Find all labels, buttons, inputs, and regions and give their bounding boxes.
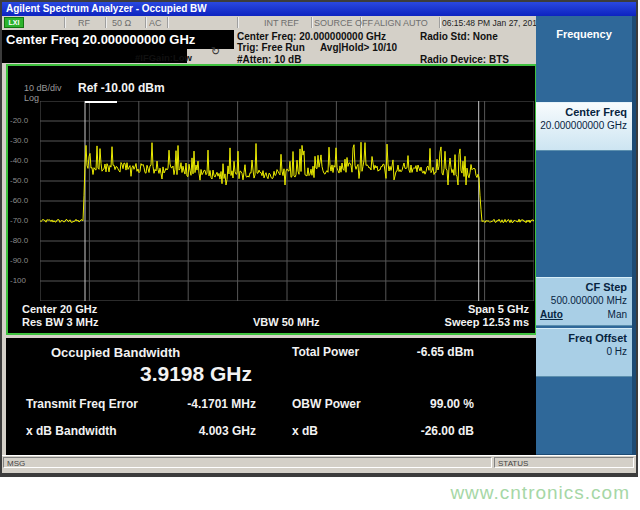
ref-level-label: Ref -10.00 dBm xyxy=(78,81,165,95)
xdb-value: -26.00 dB xyxy=(386,424,474,438)
y-axis-label: -90.0 xyxy=(10,256,39,265)
status-panel: STATUS xyxy=(494,457,634,468)
divider xyxy=(64,17,66,28)
radio-std-readout: Radio Std: None xyxy=(420,31,498,42)
softkey-center-freq[interactable]: Center Freq 20.000000000 GHz xyxy=(536,102,632,151)
softkey-value: 0 Hz xyxy=(540,346,627,357)
softkey-panel: Frequency Center Freq 20.000000000 GHz C… xyxy=(536,16,636,457)
window-title: Agilent Spectrum Analyzer - Occupied BW xyxy=(6,3,207,14)
rbw-annotation: Res BW 3 MHz xyxy=(22,316,98,328)
lxi-indicator: LXI xyxy=(4,17,24,28)
softkey-label: CF Step xyxy=(540,281,627,293)
y-axis-label: -20.0 xyxy=(10,116,39,125)
divider xyxy=(237,17,239,28)
impedance-indicator: 50 Ω xyxy=(112,18,131,28)
y-axis-label: -40.0 xyxy=(10,156,39,165)
status-bar: MSG STATUS xyxy=(2,455,636,470)
continuous-sweep-icon: ↻ xyxy=(211,45,220,58)
coupling-indicator: AC xyxy=(149,18,162,28)
obw-title: Occupied Bandwidth xyxy=(51,345,180,360)
softkey-menu-title: Frequency xyxy=(536,28,632,40)
source-indicator: SOURCE OFF xyxy=(314,18,373,28)
man-option[interactable]: Man xyxy=(608,309,627,320)
obw-power-label: OBW Power xyxy=(292,397,361,411)
avg-hold-readout: Avg|Hold> 10/10 xyxy=(320,42,397,53)
obw-value: 3.9198 GHz xyxy=(66,362,326,386)
graticule-grid xyxy=(40,101,534,301)
align-indicator: ALIGN AUTO xyxy=(374,18,428,28)
if-gain-label: #IFGain:Low xyxy=(135,52,192,63)
y-axis-label: -80.0 xyxy=(10,236,39,245)
msg-panel: MSG xyxy=(3,457,492,468)
obw-power-value: 99.00 % xyxy=(386,397,474,411)
center-freq-readout: Center Freq: 20.000000000 GHz xyxy=(237,31,386,42)
rf-indicator: RF xyxy=(78,18,90,28)
softkey-cf-step[interactable]: CF Step 500.000000 MHz Auto Man xyxy=(536,277,632,326)
obw-results-panel: Occupied Bandwidth 3.9198 GHz Total Powe… xyxy=(6,338,537,455)
xdb-bw-label: x dB Bandwidth xyxy=(26,424,117,438)
active-function-display: Center Freq 20.000000000 GHz xyxy=(2,30,234,49)
divider xyxy=(311,17,313,28)
divider xyxy=(439,17,441,28)
y-axis-label: -60.0 xyxy=(10,196,39,205)
softkey-label: Freq Offset xyxy=(540,332,627,344)
tfe-label: Transmit Freq Error xyxy=(26,397,138,411)
y-axis-label: -70.0 xyxy=(10,216,39,225)
divider xyxy=(145,17,147,28)
measurement-bar: Center Freq 20.000000000 GHz #IFGain:Low… xyxy=(2,29,536,66)
spectrum-display: 10 dB/div Log Ref -10.00 dBm -20.0-30.0-… xyxy=(6,64,537,335)
y-axis-label: -30.0 xyxy=(10,136,39,145)
datetime: 06:15:48 PM Jan 27, 2015 xyxy=(442,18,542,28)
title-bar: Agilent Spectrum Analyzer - Occupied BW xyxy=(2,2,636,16)
tfe-value: -4.1701 MHz xyxy=(126,397,256,411)
softkey-freq-offset[interactable]: Freq Offset 0 Hz xyxy=(536,328,632,377)
status-strip: LXI RF 50 Ω AC INT REF SOURCE OFF ALIGN … xyxy=(2,16,536,29)
y-axis-label: -100 xyxy=(10,276,39,285)
softkey-label: Center Freq xyxy=(540,106,627,118)
span-annotation: Span 5 GHz xyxy=(468,303,529,315)
sweep-annotation: Sweep 12.53 ms xyxy=(445,316,529,328)
xdb-bw-value: 4.003 GHz xyxy=(126,424,256,438)
xdb-label: x dB xyxy=(292,424,318,438)
scale-type-label: Log xyxy=(24,93,39,103)
auto-option[interactable]: Auto xyxy=(540,309,563,320)
softkey-value: 500.000000 MHz xyxy=(540,295,627,306)
divider xyxy=(167,17,169,28)
scale-label: 10 dB/div xyxy=(24,83,62,93)
softkey-value: 20.000000000 GHz xyxy=(540,120,627,131)
total-power-label: Total Power xyxy=(292,345,359,359)
watermark-text: www.cntronics.com xyxy=(450,482,630,504)
divider xyxy=(105,17,107,28)
vbw-annotation: VBW 50 MHz xyxy=(253,316,320,328)
center-freq-annotation: Center 20 GHz xyxy=(22,303,97,315)
total-power-value: -6.65 dBm xyxy=(386,345,474,359)
y-axis-label: -50.0 xyxy=(10,176,39,185)
trigger-readout: Trig: Free Run xyxy=(237,42,305,53)
analyzer-window: Agilent Spectrum Analyzer - Occupied BW … xyxy=(0,0,638,477)
int-ref-indicator: INT REF xyxy=(264,18,299,28)
